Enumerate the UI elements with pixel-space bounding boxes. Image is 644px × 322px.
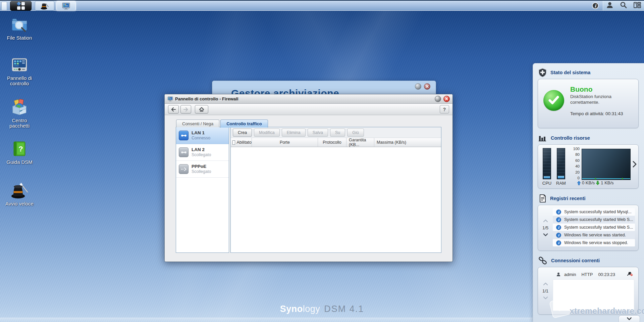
ram-gauge[interactable] <box>557 148 565 179</box>
connections-content: admin HTTP 00:23:23 <box>553 271 634 311</box>
y-tick: 20 <box>575 170 580 174</box>
select-all-checkbox[interactable] <box>232 140 235 145</box>
y-tick: 40 <box>575 164 580 168</box>
desktop-icon-label: File Station <box>7 35 32 41</box>
network-chart-y-axis: 100 80 60 40 20 0 <box>570 147 580 180</box>
info-badge-icon: i <box>556 225 561 230</box>
uptime-text: Tempo di attività: 00:31:43 <box>570 111 627 116</box>
info-badge-icon: i <box>556 233 561 238</box>
window-navbar: ? <box>165 104 452 115</box>
column-header-protocollo[interactable]: Protocollo <box>318 138 346 147</box>
upload-arrow-icon <box>577 181 581 185</box>
y-tick: 80 <box>575 152 580 156</box>
connections-pager: 1/1 <box>538 267 553 314</box>
status-value: Buono <box>570 85 627 93</box>
info-button[interactable]: i <box>592 2 599 11</box>
chevron-right-icon <box>632 161 637 168</box>
pppoe-icon <box>179 164 189 174</box>
disconnect-button[interactable] <box>627 271 633 277</box>
close-button[interactable] <box>443 96 450 102</box>
tab-consenti-nega[interactable]: Consenti / Nega <box>176 120 219 127</box>
interface-name: LAN 1 <box>192 130 210 136</box>
interface-item-pppoe[interactable]: PPPoE Scollegato <box>176 161 229 178</box>
download-speed: 1 KB/s <box>601 180 613 185</box>
rules-table-header: Abilitato Porte Protocollo Garantita (KB… <box>231 138 441 147</box>
log-entry: i System successfully started Web S... <box>553 224 635 231</box>
minimize-button[interactable] <box>415 83 421 90</box>
minimize-button[interactable] <box>435 96 441 102</box>
forward-button <box>180 105 191 113</box>
interface-status: Scollegato <box>192 169 211 174</box>
close-icon <box>445 97 448 100</box>
home-button[interactable] <box>195 105 208 113</box>
interface-status: Scollegato <box>192 152 211 157</box>
page-up-icon[interactable] <box>543 219 548 222</box>
page-down-icon[interactable] <box>543 233 548 236</box>
desktop-icon-control-panel[interactable]: Pannello di controllo <box>3 57 36 96</box>
desktop-icon-quick-launch[interactable]: Avvio veloce <box>3 182 36 221</box>
column-header-abilitato[interactable]: Abilitato <box>231 138 252 147</box>
help-button[interactable]: ? <box>440 105 449 113</box>
bar-chart-icon <box>538 134 547 142</box>
firewall-window: Pannello di controllo - Firewall <box>164 94 453 262</box>
pilot-view-button[interactable] <box>633 1 641 10</box>
cpu-gauge[interactable] <box>543 148 551 179</box>
page-down-icon[interactable] <box>543 296 548 300</box>
column-header-massima[interactable]: Massima (KB/s) <box>374 138 441 147</box>
widget-title: Controllo risorse <box>551 135 590 141</box>
cpu-label: CPU <box>540 181 554 186</box>
column-header-garantita[interactable]: Garantita (KB... <box>346 138 374 147</box>
folder-search-icon <box>10 15 29 34</box>
control-panel-icon <box>10 57 29 74</box>
arrow-left-icon <box>171 107 176 112</box>
back-button[interactable] <box>168 105 179 113</box>
page-up-icon[interactable] <box>543 282 548 285</box>
column-header-porte[interactable]: Porte <box>252 138 318 147</box>
y-tick: 60 <box>575 158 580 163</box>
show-desktop-button[interactable] <box>1 2 7 10</box>
widget-title: Connessioni correnti <box>551 258 600 263</box>
log-entry: i Windows file service was stopped. <box>553 239 635 246</box>
chevron-down-icon <box>627 317 632 320</box>
user-button[interactable] <box>606 1 614 10</box>
search-button[interactable] <box>620 1 628 10</box>
network-dot <box>622 178 623 179</box>
traffic-rules-pane: Crea Modifica Elimina Salva Su Giù Abili… <box>230 127 441 253</box>
disconnect-icon <box>627 271 633 276</box>
user-icon <box>606 1 614 9</box>
firewall-window-titlebar[interactable]: Pannello di controllo - Firewall <box>165 94 452 104</box>
desktop-icon-dsm-help[interactable]: ? Guida DSM <box>3 140 36 179</box>
interface-item-lan2[interactable]: LAN 2 Scollegato <box>176 144 229 161</box>
close-button[interactable] <box>424 83 430 90</box>
control-panel-window-icon <box>62 2 70 10</box>
network-chart[interactable] <box>582 149 631 180</box>
arrow-right-icon <box>183 107 189 112</box>
status-ok-icon <box>543 90 564 111</box>
desktop-icon-package-center[interactable]: Centro pacchetti <box>3 99 36 138</box>
quick-launch-taskbar-button[interactable] <box>35 1 54 11</box>
interface-item-lan1[interactable]: LAN 1 Connesso <box>176 127 229 144</box>
edit-button: Modifica <box>254 129 280 137</box>
ram-label: RAM <box>554 181 568 186</box>
save-button: Salva <box>308 129 328 137</box>
control-panel-taskbar-button[interactable] <box>56 1 76 11</box>
main-menu-button[interactable] <box>10 1 32 11</box>
resource-detail-button[interactable] <box>632 161 637 169</box>
system-status-box: Buono DiskStation funziona correttamente… <box>538 79 639 128</box>
connection-row: admin HTTP 00:23:23 <box>553 271 634 278</box>
widget-sidebar: Stato del sistema Buono DiskStation funz… <box>533 63 644 322</box>
sidebar-collapse-button[interactable] <box>619 315 640 322</box>
desktop-icon-file-station[interactable]: File Station <box>3 15 36 54</box>
connections-header: Connessioni correnti <box>538 256 639 266</box>
document-icon <box>538 194 546 203</box>
resource-monitor-box: CPU RAM 100 80 60 40 20 0 0 KB/s 1 KB/s <box>538 144 639 189</box>
svg-text:?: ? <box>18 145 23 153</box>
taskbar-right-tray <box>603 1 644 10</box>
interface-list: LAN 1 Connesso LAN 2 Scollegato <box>176 127 229 253</box>
firewall-content: LAN 1 Connesso LAN 2 Scollegato <box>176 127 441 253</box>
tab-controllo-traffico[interactable]: Controllo traffico <box>220 120 268 128</box>
control-panel-window-icon <box>167 96 173 101</box>
logs-pager: 1/5 <box>538 205 553 250</box>
create-button[interactable]: Crea <box>233 129 252 137</box>
desktop-icon-label: Centro pacchetti <box>3 118 36 129</box>
